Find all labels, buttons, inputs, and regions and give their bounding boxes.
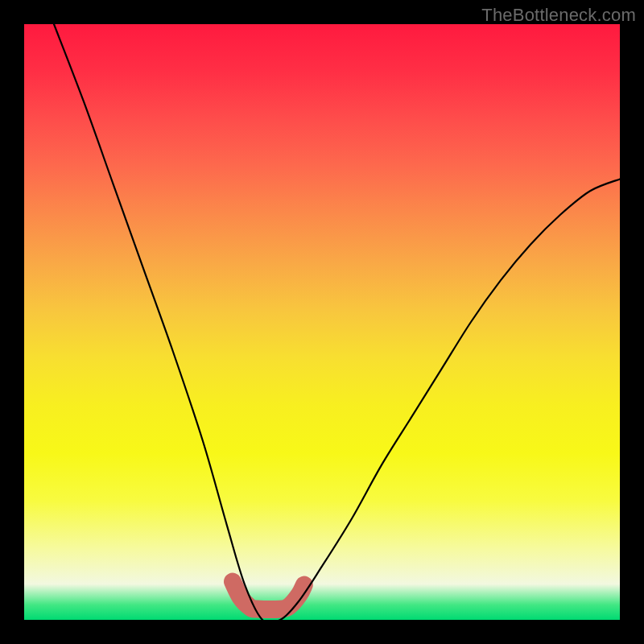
chart-svg (24, 24, 620, 620)
optimal-range-worm (233, 582, 304, 609)
bottleneck-curve (54, 24, 620, 623)
watermark-text: TheBottleneck.com (481, 5, 636, 26)
chart-frame: TheBottleneck.com (0, 0, 644, 644)
chart-plot-area (24, 24, 620, 620)
